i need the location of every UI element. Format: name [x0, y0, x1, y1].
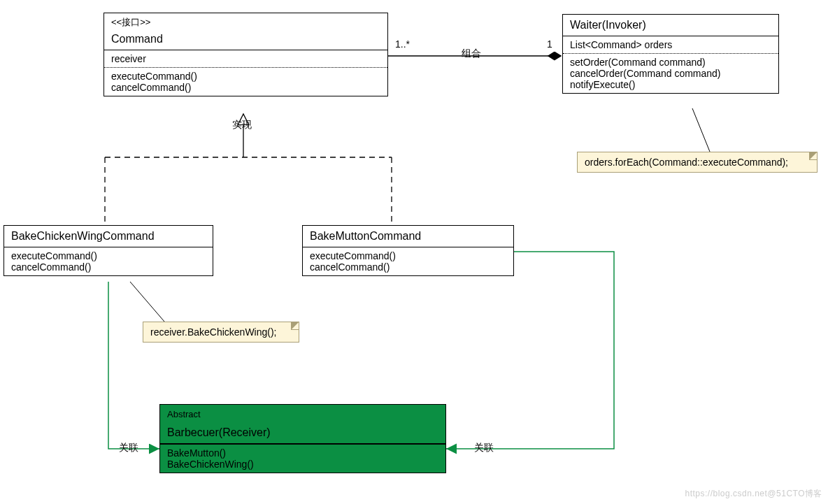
bakemutton-op-cancel: cancelCommand() — [310, 261, 506, 273]
note-foreach: orders.forEach(Command::executeCommand); — [577, 152, 818, 173]
command-class: <<接口>> Command receiver executeCommand()… — [104, 13, 388, 96]
waiter-name: Waiter(Invoker) — [563, 15, 778, 36]
note-receiver-text: receiver.BakeChickenWing(); — [150, 326, 277, 338]
note-foreach-text: orders.forEach(Command::executeCommand); — [585, 157, 788, 168]
barbecuer-op-chicken: BakeChickenWing() — [167, 459, 438, 470]
label-assoc-right: 关联 — [474, 442, 494, 454]
svg-line-5 — [692, 108, 710, 152]
barbecuer-ops: BakeMutton() BakeChickenWing() — [160, 444, 445, 473]
label-realization: 实现 — [232, 119, 252, 131]
waiter-class: Waiter(Invoker) List<Command> orders set… — [562, 14, 779, 94]
barbecuer-name: Barbecuer(Receiver) — [160, 419, 445, 444]
note-receiver: receiver.BakeChickenWing(); — [143, 322, 299, 343]
bakechicken-op-cancel: cancelCommand() — [11, 261, 206, 273]
waiter-attr-orders: List<Command> orders — [570, 39, 771, 50]
command-attr-receiver: receiver — [111, 53, 380, 64]
waiter-op-setorder: setOrder(Command command) — [570, 57, 771, 68]
barbecuer-stereotype: Abstract — [160, 405, 445, 419]
barbecuer-op-mutton: BakeMutton() — [167, 447, 438, 459]
waiter-op-cancelorder: cancelOrder(Command command) — [570, 68, 771, 79]
label-mult-left: 1..* — [395, 38, 410, 50]
label-composition: 组合 — [462, 48, 481, 60]
command-ops: executeCommand() cancelCommand() — [104, 68, 387, 96]
command-stereotype: <<接口>> — [104, 13, 387, 29]
bakechicken-class: BakeChickenWingCommand executeCommand() … — [3, 225, 213, 276]
watermark: https://blog.csdn.net@51CTO博客 — [685, 488, 822, 500]
bakemutton-name: BakeMuttonCommand — [303, 226, 513, 247]
command-op-execute: executeCommand() — [111, 71, 380, 82]
svg-line-6 — [130, 282, 164, 322]
label-mult-right: 1 — [547, 38, 552, 50]
waiter-ops: setOrder(Command command) cancelOrder(Co… — [563, 54, 778, 93]
bakechicken-op-exec: executeCommand() — [11, 250, 206, 261]
command-attrs: receiver — [104, 50, 387, 68]
waiter-attrs: List<Command> orders — [563, 36, 778, 54]
barbecuer-class: Abstract Barbecuer(Receiver) BakeMutton(… — [159, 404, 446, 473]
label-assoc-left: 关联 — [119, 442, 138, 454]
bakemutton-op-exec: executeCommand() — [310, 250, 506, 261]
bakechicken-name: BakeChickenWingCommand — [4, 226, 213, 247]
bakemutton-ops: executeCommand() cancelCommand() — [303, 247, 513, 275]
bakechicken-ops: executeCommand() cancelCommand() — [4, 247, 213, 275]
command-name: Command — [104, 29, 387, 50]
waiter-op-notify: notifyExecute() — [570, 79, 771, 90]
bakemutton-class: BakeMuttonCommand executeCommand() cance… — [302, 225, 514, 276]
command-op-cancel: cancelCommand() — [111, 82, 380, 93]
